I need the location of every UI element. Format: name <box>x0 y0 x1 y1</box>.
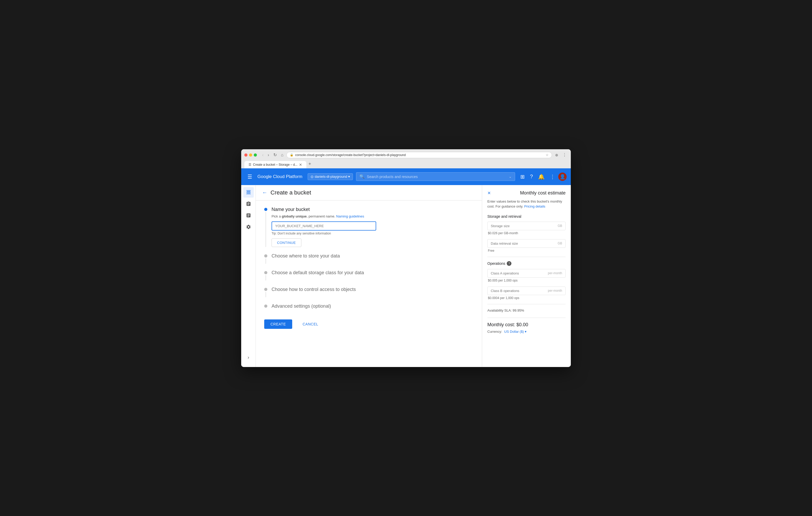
browser-window: ‹ › ↻ ⌂ 🔒 console.cloud.google.com/stora… <box>241 149 571 367</box>
close-panel-button[interactable]: ✕ <box>487 190 491 195</box>
bookmark-icon[interactable]: ☆ <box>546 153 549 157</box>
step-location: Choose where to store your data <box>264 253 473 264</box>
window-buttons <box>244 153 257 157</box>
step-1-subtitle: Pick a globally unique, permanent name. … <box>271 214 473 218</box>
project-dropdown-icon: ▾ <box>348 175 350 179</box>
step-2-indicator <box>264 253 267 264</box>
close-window-button[interactable] <box>244 153 248 157</box>
back-nav-button[interactable]: ‹ <box>261 152 264 158</box>
divider-2 <box>487 304 566 304</box>
step-3-indicator <box>264 270 267 280</box>
data-retrieval-unit: GB <box>558 242 562 245</box>
step-4-line <box>265 292 266 297</box>
maximize-window-button[interactable] <box>254 153 257 157</box>
page-header: ← Create a bucket <box>256 185 482 201</box>
reload-nav-button[interactable]: ↻ <box>272 152 278 158</box>
search-icon: 🔍 <box>359 174 365 179</box>
project-selector[interactable]: ⊙ daniels-dl-playground ▾ <box>308 173 353 180</box>
back-button[interactable]: ← <box>262 189 267 195</box>
action-buttons: CREATE CANCEL <box>264 320 473 329</box>
step-1-line <box>265 212 266 247</box>
class-b-price-note: $0.0004 per 1,000 ops <box>487 296 566 300</box>
continue-button[interactable]: CONTINUE <box>271 238 301 247</box>
top-nav: ☰ Google Cloud Platform ⊙ daniels-dl-pla… <box>241 168 571 185</box>
data-retrieval-field[interactable]: GB <box>487 239 566 248</box>
sidebar-clipboard-icon-button[interactable] <box>243 199 254 209</box>
home-nav-button[interactable]: ⌂ <box>280 152 285 158</box>
storage-price-note: $0.026 per GB-month <box>487 231 566 235</box>
sidebar-settings-icon-button[interactable] <box>243 222 254 232</box>
search-input[interactable] <box>367 175 507 179</box>
class-a-price-note: $0.005 per 1,000 ops <box>487 279 566 282</box>
step-2-line <box>265 259 266 264</box>
minimize-window-button[interactable] <box>249 153 252 157</box>
step-4-body: Choose how to control access to objects <box>271 287 473 297</box>
menu-icon[interactable]: ⋮ <box>561 152 568 158</box>
chart-icon <box>246 213 251 218</box>
operations-help-icon[interactable]: ? <box>507 261 512 266</box>
project-icon: ⊙ <box>311 175 314 179</box>
tab-close-button[interactable]: ✕ <box>299 162 302 167</box>
cost-description: Enter values below to check this bucket'… <box>487 199 566 209</box>
left-sidebar: › <box>241 185 256 367</box>
naming-guidelines-link[interactable]: Naming guidelines <box>336 214 364 218</box>
new-tab-button[interactable]: + <box>306 160 313 168</box>
step-1-title: Name your bucket <box>271 207 473 212</box>
search-expand-icon: ⌄ <box>509 175 512 179</box>
help-icon-button[interactable]: ? <box>528 172 535 182</box>
step-1-body: Name your bucket Pick a globally unique,… <box>271 207 473 247</box>
pricing-details-link[interactable]: Pricing details <box>524 205 545 208</box>
app-layout: › ← Create a bucket <box>241 185 571 367</box>
divider-3 <box>487 317 566 318</box>
availability-sla-text: Availability SLA: 99.95% <box>487 308 566 312</box>
step-2-dot <box>264 254 267 257</box>
forward-nav-button[interactable]: › <box>267 152 270 158</box>
avatar-image: 👤 <box>559 174 565 180</box>
bucket-name-input[interactable] <box>271 221 376 231</box>
extensions-icon[interactable]: ⊕ <box>554 152 559 158</box>
storage-size-field[interactable]: GB <box>487 222 566 230</box>
currency-selector[interactable]: US Dollar ($) ▾ <box>504 330 527 334</box>
monthly-cost-section: Monthly cost: $0.00 Currency: US Dollar … <box>487 322 566 334</box>
active-tab[interactable]: ☰ Create a bucket – Storage – d... ✕ <box>244 161 306 168</box>
sidebar-storage-icon-button[interactable] <box>243 187 254 198</box>
class-b-unit: per-month <box>548 289 562 293</box>
settings-icon-button[interactable]: ⋮ <box>548 172 557 182</box>
step-advanced: Advanced settings (optional) <box>264 303 473 311</box>
sidebar-expand-button[interactable]: › <box>243 352 254 363</box>
browser-tabs: ☰ Create a bucket – Storage – d... ✕ + <box>244 160 568 168</box>
console-icon-button[interactable]: ⊞ <box>518 172 527 182</box>
currency-row: Currency: US Dollar ($) ▾ <box>487 330 566 334</box>
class-b-operations-field[interactable]: per-month <box>487 286 566 295</box>
notifications-icon-button[interactable]: 🔔 <box>536 172 547 182</box>
storage-icon <box>246 190 251 195</box>
step-4-title: Choose how to control access to objects <box>271 287 473 292</box>
browser-controls: ‹ › ↻ ⌂ 🔒 console.cloud.google.com/stora… <box>244 152 568 158</box>
input-tip: Tip: Don't include any sensitive informa… <box>271 232 473 235</box>
hamburger-menu-button[interactable]: ☰ <box>245 172 254 182</box>
step-5-title: Advanced settings (optional) <box>271 303 473 309</box>
step-1-indicator <box>264 207 267 247</box>
gcp-logo: Google Cloud Platform <box>257 174 302 179</box>
storage-size-unit: GB <box>558 224 562 228</box>
data-retrieval-price-note: Free <box>487 249 566 252</box>
cancel-button[interactable]: CANCEL <box>296 320 325 329</box>
class-a-operations-field[interactable]: per-month <box>487 269 566 278</box>
address-bar[interactable]: 🔒 console.cloud.google.com/storage/creat… <box>286 152 552 158</box>
url-text: console.cloud.google.com/storage/create-… <box>295 153 544 157</box>
storage-retrieval-section-title: Storage and retrieval <box>487 214 566 218</box>
class-a-operations-input[interactable] <box>491 271 548 275</box>
class-b-operations-input[interactable] <box>491 289 548 293</box>
step-1-dot <box>264 208 267 211</box>
search-bar[interactable]: 🔍 ⌄ <box>356 172 515 181</box>
sidebar-chart-icon-button[interactable] <box>243 210 254 221</box>
tab-title: Create a bucket – Storage – d... <box>253 163 297 166</box>
lock-icon: 🔒 <box>290 153 293 157</box>
storage-size-input[interactable] <box>491 224 558 228</box>
step-2-body: Choose where to store your data <box>271 253 473 264</box>
currency-dropdown-icon: ▾ <box>525 330 527 334</box>
create-button[interactable]: CREATE <box>264 320 292 329</box>
user-avatar[interactable]: 👤 <box>558 173 567 181</box>
data-retrieval-input[interactable] <box>491 242 558 245</box>
page-title: Create a bucket <box>270 189 311 196</box>
